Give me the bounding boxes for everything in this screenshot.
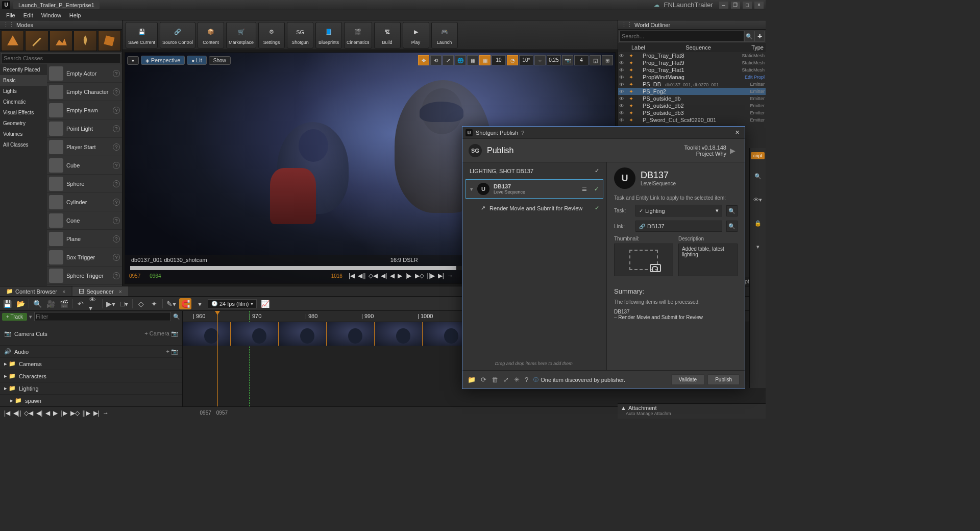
search-details-icon[interactable]: 🔍 (750, 170, 766, 183)
curve-editor-icon[interactable]: 📈 (260, 299, 270, 309)
mode-landscape-icon[interactable] (50, 31, 72, 51)
bottom-tab[interactable]: 🎞Sequencer× (72, 286, 128, 296)
info-icon[interactable]: ? (113, 162, 120, 169)
info-icon[interactable]: ? (113, 143, 120, 151)
prev-key-icon[interactable]: ◀|| (13, 409, 21, 417)
visibility-icon[interactable]: 👁 (619, 67, 626, 73)
actor-row[interactable]: Plane? (47, 230, 122, 248)
to-start-icon[interactable]: |◀ (349, 272, 355, 279)
outliner-row[interactable]: 👁✦P_Sword_Cut_Scsf0290_001Emitter (618, 116, 766, 124)
sequencer-track[interactable]: ▸ 📁Lighting (0, 382, 182, 395)
publish-subitem[interactable]: ↗ Render Movie and Submit for Review ✓ (465, 201, 603, 215)
outliner-tab[interactable]: ⋮⋮World Outliner (618, 20, 766, 30)
task-select[interactable]: ✓ Lighting▾ (635, 205, 722, 216)
toolbar-save-button[interactable]: 💾Save Current (126, 22, 158, 49)
track-filter-input[interactable] (34, 312, 171, 321)
sequencer-track[interactable]: ▸ 📁Characters (0, 370, 182, 382)
mode-foliage-icon[interactable] (74, 31, 96, 51)
actor-row[interactable]: Cylinder? (47, 193, 122, 211)
track-add-icon[interactable]: + Camera 📷 (144, 330, 178, 337)
bottom-tab[interactable]: 📁Content Browser× (0, 286, 71, 296)
publish-item[interactable]: ▾ U DB137LevelSequence ☰ ✓ (465, 179, 603, 199)
camera-speed-value[interactable]: 4 (574, 55, 589, 65)
angle-snap-value[interactable]: 10° (519, 55, 533, 65)
toolbar-settings-button[interactable]: ⚙Settings (258, 22, 285, 49)
transform-move-icon[interactable]: ✥ (418, 55, 429, 65)
category-item[interactable]: Geometry (0, 118, 47, 129)
shot-thumb[interactable] (183, 322, 231, 346)
coord-space-icon[interactable]: 🌐 (455, 55, 466, 65)
check-icon[interactable]: ✓ (594, 186, 599, 192)
info-icon[interactable]: ? (113, 272, 120, 279)
info-icon[interactable]: ? (113, 125, 120, 132)
show-button[interactable]: Show (209, 56, 231, 65)
info-icon[interactable]: ? (113, 217, 120, 224)
autokey-icon[interactable]: ◇ (136, 299, 146, 309)
prev-key-icon[interactable]: ◀|| (358, 272, 365, 279)
search-seq-icon[interactable]: 🔍 (32, 299, 42, 309)
perspective-button[interactable]: ◈ Perspective (141, 56, 185, 65)
edit-mode-icon[interactable]: ✎▾ (166, 299, 176, 309)
outliner-row[interactable]: 👁✦PS_outside_dbEmitter (618, 95, 766, 102)
menu-help[interactable]: Help (65, 11, 85, 19)
visibility-icon[interactable]: 👁 (619, 75, 626, 80)
shot-thumb[interactable] (327, 322, 375, 346)
project-name[interactable]: Launch_Trailer_P_Enterprise1 (13, 1, 100, 9)
actor-row[interactable]: Empty Character? (47, 83, 122, 101)
info-icon[interactable]: ? (113, 254, 120, 261)
sequencer-track[interactable]: 🔊Audio+ 📷 (0, 346, 182, 358)
step-fwd-key-icon[interactable]: ▶◇ (70, 409, 80, 417)
next-arrow-icon[interactable]: ▶ (726, 147, 739, 155)
clapboard-icon[interactable]: 🎬 (59, 299, 69, 309)
play-icon[interactable]: ▶ (398, 272, 402, 279)
attachment-title[interactable]: Attachment (628, 405, 657, 411)
col-label[interactable]: Label (631, 44, 645, 51)
shot-thumb[interactable] (279, 322, 327, 346)
col-type[interactable]: Type (751, 44, 764, 51)
dialog-titlebar[interactable]: U Shotgun: Publish ? ✕ (462, 127, 745, 139)
sequencer-track[interactable]: ▸ 📁spawn (0, 395, 182, 406)
category-item[interactable]: Cinematic (0, 96, 47, 107)
step-fwd-icon[interactable]: |▶ (405, 272, 411, 279)
menu-window[interactable]: Window (37, 11, 65, 19)
help-button[interactable]: ? (518, 130, 527, 136)
search-classes-input[interactable] (1, 53, 121, 63)
category-item[interactable]: Volumes (0, 129, 47, 139)
search-icon[interactable]: 🔍 (744, 31, 754, 42)
toolbar-launch-button[interactable]: 🎮Launch (431, 22, 458, 49)
outliner-row[interactable]: 👁✦PropWindManagEdit Propl (618, 74, 766, 81)
caret-icon[interactable]: ▾ (470, 186, 473, 192)
toolbar-cine-button[interactable]: 🎬Cinematics (344, 22, 372, 49)
visibility-icon[interactable]: 👁 (619, 60, 626, 66)
viewport-menu-button[interactable]: ▾ (127, 56, 139, 65)
track-add-icon[interactable]: + 📷 (166, 348, 178, 355)
key-mode-icon[interactable]: □▾ (119, 299, 129, 309)
task-search-icon[interactable]: 🔍 (726, 205, 738, 216)
actor-row[interactable]: Sphere? (47, 175, 122, 193)
category-item[interactable]: All Classes (0, 139, 47, 150)
viewport-layout-icon[interactable]: ⊞ (602, 55, 613, 65)
actor-row[interactable]: Empty Actor? (47, 64, 122, 83)
new-folder-icon[interactable]: 📁 (468, 376, 476, 383)
actor-row[interactable]: Point Light? (47, 119, 122, 138)
minimize-button[interactable]: – (719, 2, 728, 9)
description-input[interactable]: Added table, latest lighting (678, 244, 738, 276)
toolbar-source-button[interactable]: 🔗Source Control (160, 22, 195, 49)
info-icon[interactable]: ? (113, 199, 120, 206)
link-select[interactable]: 🔗 DB137 (635, 221, 722, 232)
lock-icon[interactable]: 🔒 (750, 216, 766, 230)
step-back-key-icon[interactable]: ◇◀ (369, 272, 378, 279)
info-icon[interactable]: ? (113, 235, 120, 243)
mode-paint-icon[interactable] (25, 31, 48, 51)
outliner-row[interactable]: 👁✦PS_outside_db3Emitter (618, 109, 766, 116)
sequencer-track[interactable]: ▸ 📁Cameras (0, 358, 182, 370)
playhead[interactable] (217, 311, 218, 406)
to-end-icon[interactable]: ▶| (93, 409, 100, 417)
tab-close-icon[interactable]: × (62, 288, 65, 295)
attachment-row[interactable]: Auto Manage Attachm (621, 411, 763, 416)
category-item[interactable]: Recently Placed (0, 64, 47, 75)
toolbar-sg-button[interactable]: SGShotgun (287, 22, 313, 49)
dialog-close-button[interactable]: ✕ (733, 129, 742, 136)
script-tab[interactable]: cript (751, 152, 765, 159)
grid-snap-icon[interactable]: ▦ (479, 55, 491, 65)
